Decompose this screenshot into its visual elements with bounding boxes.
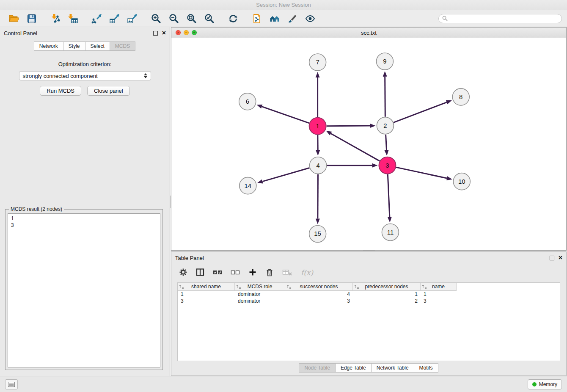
show-columns-button[interactable] — [196, 268, 204, 278]
graph-edge-3-1[interactable] — [331, 133, 380, 161]
table-panel-tabs: Node Table Edge Table Network Table Moti… — [171, 363, 566, 373]
svg-text:8: 8 — [459, 93, 462, 100]
search-input[interactable] — [448, 15, 558, 22]
graph-edge-1-2[interactable] — [327, 126, 370, 126]
float-table-panel-icon[interactable] — [550, 256, 554, 260]
column-header-name[interactable]: name — [421, 283, 457, 291]
tab-style[interactable]: Style — [63, 41, 85, 51]
tab-network[interactable]: Network — [34, 41, 63, 51]
tab-edge-table[interactable]: Edge Table — [335, 363, 372, 373]
window-title: Session: New Session — [256, 2, 311, 8]
export-image-button[interactable] — [124, 11, 141, 26]
column-header-shared-name[interactable]: shared name — [178, 283, 235, 291]
zoom-fit-button[interactable] — [183, 11, 201, 26]
zoom-in-button[interactable] — [147, 11, 165, 26]
svg-text:15: 15 — [314, 230, 321, 237]
combo-stepper-icon — [144, 73, 147, 78]
close-panel-button[interactable]: Close panel — [87, 86, 130, 96]
export-network-button[interactable] — [88, 11, 106, 26]
task-history-button[interactable] — [5, 379, 18, 389]
window-minimize-icon[interactable]: − — [184, 30, 189, 35]
graph-node-3[interactable]: 3 — [379, 157, 396, 174]
graph-edge-2-9[interactable] — [385, 77, 385, 117]
tab-select[interactable]: Select — [85, 41, 110, 51]
show-hide-button[interactable] — [301, 11, 319, 26]
tab-node-table[interactable]: Node Table — [299, 363, 336, 373]
import-network-button[interactable] — [47, 11, 64, 26]
column-header-mcds-role[interactable]: MCDS role — [235, 283, 285, 291]
delete-column-button[interactable] — [265, 268, 274, 278]
export-table-icon — [109, 13, 120, 24]
import-table-button[interactable] — [64, 11, 82, 26]
control-panel-header: Control Panel × — [0, 27, 170, 39]
graph-edge-arrowhead — [372, 163, 377, 168]
graph-node-9[interactable]: 9 — [376, 53, 393, 70]
tab-network-table[interactable]: Network Table — [371, 363, 414, 373]
close-table-panel-icon[interactable]: × — [559, 255, 562, 260]
houses-icon — [269, 13, 280, 24]
graph-edge-4-14[interactable] — [262, 168, 309, 182]
graph-node-4[interactable]: 4 — [310, 157, 327, 174]
table-settings-button[interactable] — [179, 268, 187, 278]
graph-edge-1-6[interactable] — [262, 107, 309, 123]
memory-button[interactable]: Memory — [528, 379, 562, 389]
show-all-button[interactable] — [266, 11, 284, 26]
criterion-select[interactable]: strongly connected component — [19, 71, 151, 80]
zoom-out-button[interactable] — [165, 11, 183, 26]
graph-edge-arrowhead — [446, 100, 452, 104]
network-window-title: scc.txt — [361, 30, 377, 36]
close-panel-icon[interactable]: × — [162, 30, 166, 36]
graph-edge-arrowhead — [326, 131, 332, 135]
list-icon — [8, 382, 15, 387]
graph-node-2[interactable]: 2 — [377, 117, 394, 134]
mcds-result-list[interactable]: 1 3 — [8, 213, 160, 367]
graph-node-6[interactable]: 6 — [239, 93, 256, 110]
mcds-result-groupbox: MCDS result (2 nodes) 1 3 — [5, 209, 163, 370]
graph-edge-4-15[interactable] — [318, 174, 318, 219]
checked-boxes-icon — [213, 268, 222, 276]
run-mcds-button[interactable]: Run MCDS — [40, 86, 81, 96]
paint-style-button[interactable] — [284, 11, 301, 26]
zoom-selected-button[interactable] — [201, 11, 218, 26]
search-box — [438, 14, 562, 23]
function-builder-button: f(x) — [301, 268, 313, 277]
graph-edge-arrowhead — [316, 219, 320, 224]
save-session-button[interactable] — [23, 11, 41, 26]
window-maximize-icon[interactable]: + — [192, 30, 197, 35]
select-all-button[interactable] — [213, 268, 222, 278]
graph-edge-3-10[interactable] — [396, 167, 447, 178]
graph-node-7[interactable]: 7 — [309, 54, 326, 71]
graph-edge-arrowhead — [256, 105, 262, 108]
open-file-button[interactable] — [5, 11, 23, 26]
graph-node-15[interactable]: 15 — [309, 226, 326, 243]
graph-edge-arrowhead — [385, 150, 389, 156]
column-header-predecessor-nodes[interactable]: predecessor nodes — [353, 283, 421, 291]
new-network-from-selection-button[interactable] — [248, 11, 266, 26]
graph-edge-2-8[interactable] — [394, 102, 447, 123]
graph-node-1[interactable]: 1 — [309, 118, 326, 135]
network-canvas[interactable]: 1234678910111415 — [171, 38, 566, 250]
window-close-icon[interactable]: × — [176, 30, 181, 35]
clear-selection-button[interactable] — [231, 268, 240, 278]
control-panel-title: Control Panel — [4, 30, 37, 36]
add-column-button[interactable] — [248, 268, 257, 278]
column-header-successor-nodes[interactable]: successor nodes — [285, 283, 353, 291]
graph-node-11[interactable]: 11 — [382, 224, 399, 241]
graph-node-14[interactable]: 14 — [239, 177, 256, 194]
graph-edge-2-3[interactable] — [386, 135, 387, 150]
zoom-selected-icon — [204, 13, 215, 24]
export-table-button[interactable] — [106, 11, 124, 26]
eye-icon — [305, 13, 316, 24]
float-panel-icon[interactable] — [153, 31, 158, 36]
delete-table-icon — [282, 268, 292, 276]
tab-motifs[interactable]: Motifs — [414, 363, 438, 373]
table-row[interactable]: 3 dominator 3 2 3 — [178, 298, 560, 304]
mcds-result-title: MCDS result (2 nodes) — [9, 206, 64, 212]
svg-text:10: 10 — [458, 178, 465, 185]
graph-node-8[interactable]: 8 — [452, 88, 469, 105]
graph-edge-3-11[interactable] — [388, 174, 389, 217]
graph-node-10[interactable]: 10 — [453, 173, 470, 190]
tab-mcds[interactable]: MCDS — [110, 41, 135, 51]
apply-layout-button[interactable] — [224, 11, 242, 26]
table-row[interactable]: 1 dominator 4 1 1 — [178, 291, 560, 298]
